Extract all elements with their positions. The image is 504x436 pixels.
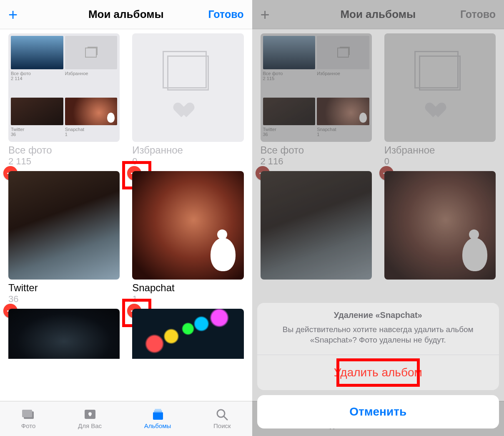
album-twitter[interactable] xyxy=(261,171,372,280)
album-count: 0 xyxy=(132,156,243,167)
album-count: 0 xyxy=(384,156,496,167)
album-count: 1 xyxy=(132,294,243,305)
album-count: 36 xyxy=(8,294,120,305)
album-snapchat[interactable]: Snapchat 1 xyxy=(132,171,243,305)
album-all-photos[interactable]: Все фото2 115 Избранное Twitter36 Snapch… xyxy=(261,33,372,167)
page-title: Мои альбомы xyxy=(340,8,416,21)
album-count: 2 115 xyxy=(8,156,120,167)
album-favorites[interactable]: Избранное 0 xyxy=(384,33,496,167)
album-title: Избранное xyxy=(132,144,243,156)
svg-rect-4 xyxy=(154,411,162,412)
nav-bar: + Мои альбомы Готово xyxy=(0,0,252,29)
tab-photos[interactable]: Фото xyxy=(21,408,35,429)
albums-content: Все фото2 114 Избранное Twitter36 Snapch… xyxy=(0,29,252,401)
album-snapchat[interactable] xyxy=(384,171,496,280)
cancel-button[interactable]: Отменить xyxy=(257,395,499,428)
svg-rect-5 xyxy=(155,409,161,410)
screen-left: + Мои альбомы Готово Все фото2 114 Избра… xyxy=(0,0,252,436)
album-count: 2 116 xyxy=(261,156,372,167)
svg-line-7 xyxy=(224,416,227,420)
album-title: Snapchat xyxy=(132,282,243,294)
tab-search[interactable]: Поиск xyxy=(213,408,231,429)
svg-rect-1 xyxy=(22,410,32,417)
done-button[interactable]: Готово xyxy=(208,8,243,20)
add-button[interactable]: + xyxy=(261,7,270,23)
delete-album-button[interactable]: Удалить альбом xyxy=(257,355,499,390)
album-all-photos[interactable]: Все фото2 114 Избранное Twitter36 Snapch… xyxy=(8,33,120,167)
tab-albums[interactable]: Альбомы xyxy=(144,408,171,429)
album-cover xyxy=(132,171,243,280)
album-title: Twitter xyxy=(8,282,120,294)
tab-foryou[interactable]: Для Вас xyxy=(78,408,102,429)
action-sheet-header: Удаление «Snapchat» Вы действительно хот… xyxy=(257,303,499,355)
album-cover: Все фото2 114 Избранное Twitter36 Snapch… xyxy=(8,33,120,142)
album-cover xyxy=(8,171,120,280)
album-cover xyxy=(132,33,243,142)
album-title: Все фото xyxy=(8,144,120,156)
action-sheet-message: Вы действительно хотите навсегда удалить… xyxy=(266,324,491,345)
album-favorites[interactable]: Избранное 0 xyxy=(132,33,243,167)
action-sheet-title: Удаление «Snapchat» xyxy=(266,310,491,320)
svg-rect-3 xyxy=(153,412,163,420)
album-title: Избранное xyxy=(384,144,496,156)
heart-icon xyxy=(431,103,448,120)
album-cover xyxy=(384,171,496,280)
action-sheet: Удаление «Snapchat» Вы действительно хот… xyxy=(252,299,504,436)
done-button[interactable]: Готово xyxy=(460,8,496,20)
album-cover xyxy=(384,33,496,142)
album-cover xyxy=(261,171,372,280)
album-generic-2[interactable] xyxy=(132,309,243,359)
nav-bar: + Мои альбомы Готово xyxy=(252,0,504,29)
album-cover xyxy=(8,309,120,359)
album-cover: Все фото2 115 Избранное Twitter36 Snapch… xyxy=(261,33,372,142)
album-cover xyxy=(132,309,243,359)
heart-icon xyxy=(180,103,196,120)
album-generic-1[interactable] xyxy=(8,309,120,359)
tab-bar: Фото Для Вас Альбомы Поиск xyxy=(0,401,252,436)
screen-right: + Мои альбомы Готово Все фото2 115 Избра… xyxy=(252,0,504,436)
album-twitter[interactable]: Twitter 36 xyxy=(8,171,120,305)
add-button[interactable]: + xyxy=(8,7,18,23)
album-title: Все фото xyxy=(261,144,372,156)
page-title: Мои альбомы xyxy=(88,8,164,21)
